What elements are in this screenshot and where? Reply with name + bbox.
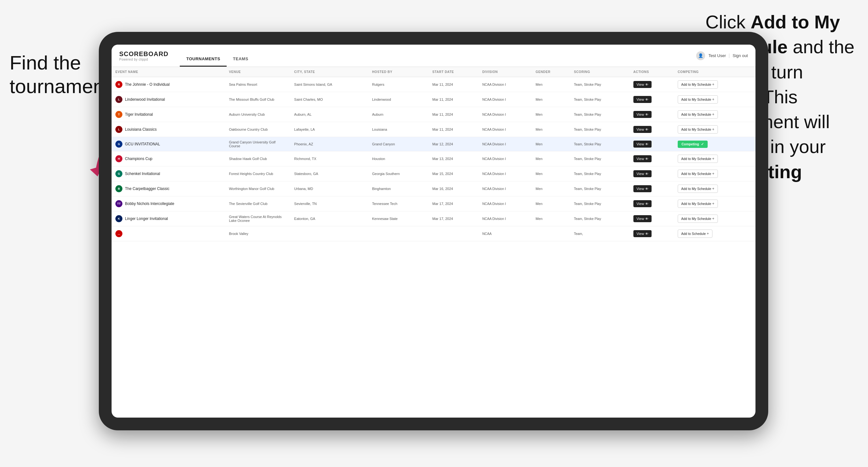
actions-cell: View 👁 xyxy=(629,166,674,181)
division-cell: NCAA Division I xyxy=(478,166,532,181)
view-label: View xyxy=(637,127,644,131)
event-name-text: Schenkel Invitational xyxy=(125,172,160,176)
tab-teams[interactable]: TEAMS xyxy=(227,56,255,67)
col-start-date: START DATE xyxy=(428,67,478,77)
event-name-text: The Johnnie - O Individual xyxy=(125,82,169,87)
scoring-cell: Team, Stroke Play xyxy=(570,151,629,166)
plus-icon: + xyxy=(712,82,714,87)
view-label: View xyxy=(637,113,644,116)
scoring-cell: Team, Stroke Play xyxy=(570,107,629,122)
hosted-by-cell: Houston xyxy=(368,151,428,166)
start-date-cell: Mar 17, 2024 xyxy=(428,196,478,211)
division-cell: NCAA xyxy=(478,226,532,241)
plus-icon: + xyxy=(712,201,714,206)
add-to-schedule-button[interactable]: Add to My Schedule + xyxy=(678,169,718,178)
add-schedule-label: Add to My Schedule xyxy=(681,127,711,131)
tournaments-table: EVENT NAME VENUE CITY, STATE HOSTED BY S… xyxy=(112,67,755,241)
gender-cell: Men xyxy=(532,166,570,181)
competing-cell: Add to My Schedule + xyxy=(674,77,755,92)
event-name-text: Bobby Nichols Intercollegiate xyxy=(125,201,174,206)
division-cell: NCAA Division I xyxy=(478,77,532,92)
team-logo: H xyxy=(115,155,122,162)
plus-icon: + xyxy=(712,127,714,132)
division-cell: NCAA Division I xyxy=(478,151,532,166)
event-name-cell: K Linger Longer Invitational xyxy=(112,211,225,226)
city-state-cell: Saint Charles, MO xyxy=(290,92,368,107)
add-schedule-label: Add to My Schedule xyxy=(681,113,711,116)
tab-tournaments[interactable]: TOURNAMENTS xyxy=(180,56,226,67)
view-button[interactable]: View 👁 xyxy=(633,200,652,207)
view-label: View xyxy=(637,232,644,236)
col-venue: VENUE xyxy=(225,67,290,77)
event-name-cell: G Schenkel Invitational xyxy=(112,166,225,181)
eye-icon: 👁 xyxy=(645,113,648,116)
event-name-cell: H Champions Cup xyxy=(112,151,225,166)
view-button[interactable]: View 👁 xyxy=(633,215,652,222)
gender-cell: Men xyxy=(532,151,570,166)
table-row: B The Carpetbagger Classic Worthington M… xyxy=(112,181,755,196)
competing-button[interactable]: Competing ✓ xyxy=(678,141,708,148)
view-button[interactable]: View 👁 xyxy=(633,230,652,237)
competing-cell: Add to My Schedule + xyxy=(674,92,755,107)
eye-icon: 👁 xyxy=(645,128,648,131)
plus-icon: + xyxy=(712,157,714,161)
add-to-schedule-button[interactable]: Add to My Schedule + xyxy=(678,199,718,208)
division-cell: NCAA Division I xyxy=(478,122,532,137)
event-name-cell: L Lindenwood Invitational xyxy=(112,92,225,107)
col-competing: COMPETING xyxy=(674,67,755,77)
competing-cell: Add to My Schedule + xyxy=(674,107,755,122)
actions-cell: View 👁 xyxy=(629,77,674,92)
city-state-cell: Saint Simons Island, GA xyxy=(290,77,368,92)
table-row: G GCU INVITATIONAL Grand Canyon Universi… xyxy=(112,137,755,151)
add-to-schedule-button[interactable]: Add to My Schedule + xyxy=(678,215,718,223)
add-to-schedule-button[interactable]: Add to My Schedule + xyxy=(678,80,718,89)
tournaments-table-container: EVENT NAME VENUE CITY, STATE HOSTED BY S… xyxy=(112,67,755,417)
start-date-cell: Mar 11, 2024 xyxy=(428,122,478,137)
add-to-schedule-button[interactable]: Add to My Schedule + xyxy=(678,185,718,193)
event-name-text: Lindenwood Invitational xyxy=(125,97,165,102)
actions-cell: View 👁 xyxy=(629,181,674,196)
view-button[interactable]: View 👁 xyxy=(633,111,652,118)
division-cell: NCAA Division I xyxy=(478,181,532,196)
eye-icon: 👁 xyxy=(645,83,648,86)
event-name-text: Louisiana Classics xyxy=(125,127,156,132)
event-name-cell: R The Johnnie - O Individual xyxy=(112,77,225,92)
eye-icon: 👁 xyxy=(645,232,648,236)
add-to-schedule-button[interactable]: Add to My Schedule + xyxy=(678,95,718,103)
actions-cell: View 👁 xyxy=(629,107,674,122)
view-button[interactable]: View 👁 xyxy=(633,126,652,133)
view-button[interactable]: View 👁 xyxy=(633,185,652,192)
add-to-schedule-button[interactable]: Add to Schedule + xyxy=(678,229,712,238)
scoring-cell: Team, Stroke Play xyxy=(570,181,629,196)
eye-icon: 👁 xyxy=(645,172,648,176)
view-button[interactable]: View 👁 xyxy=(633,81,652,88)
add-to-schedule-button[interactable]: Add to My Schedule + xyxy=(678,110,718,119)
signout-button[interactable]: Sign out xyxy=(733,53,748,58)
view-button[interactable]: View 👁 xyxy=(633,141,652,148)
competing-cell: Add to Schedule + xyxy=(674,226,755,241)
gender-cell: Men xyxy=(532,92,570,107)
competing-cell: Add to My Schedule + xyxy=(674,166,755,181)
hosted-by-cell: Rutgers xyxy=(368,77,428,92)
actions-cell: View 👁 xyxy=(629,122,674,137)
view-button[interactable]: View 👁 xyxy=(633,170,652,177)
actions-cell: View 👁 xyxy=(629,92,674,107)
add-schedule-label: Add to Schedule xyxy=(681,232,706,236)
add-to-schedule-button[interactable]: Add to My Schedule + xyxy=(678,155,718,163)
hosted-by-cell: Grand Canyon xyxy=(368,137,428,151)
view-button[interactable]: View 👁 xyxy=(633,96,652,103)
gender-cell: Men xyxy=(532,77,570,92)
table-row: T Tiger Invitational Auburn University C… xyxy=(112,107,755,122)
add-to-schedule-button[interactable]: Add to My Schedule + xyxy=(678,125,718,133)
city-state-cell: Phoenix, AZ xyxy=(290,137,368,151)
actions-cell: View 👁 xyxy=(629,151,674,166)
event-name-cell: B The Carpetbagger Classic xyxy=(112,181,225,196)
city-state-cell: Lafayette, LA xyxy=(290,122,368,137)
col-scoring: SCORING xyxy=(570,67,629,77)
venue-cell: Oakbourne Country Club xyxy=(225,122,290,137)
view-button[interactable]: View 👁 xyxy=(633,155,652,162)
eye-icon: 👁 xyxy=(645,157,648,161)
col-actions: ACTIONS xyxy=(629,67,674,77)
team-logo: G xyxy=(115,170,122,177)
venue-cell: Grand Canyon University Golf Course xyxy=(225,137,290,151)
